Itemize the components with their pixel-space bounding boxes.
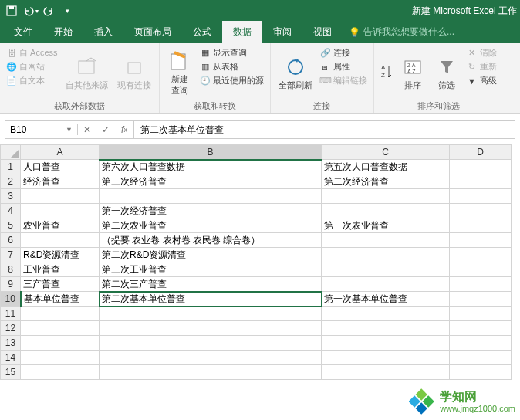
cell[interactable]: 第一次农业普查: [322, 218, 450, 233]
cell[interactable]: [450, 262, 512, 277]
cell[interactable]: [450, 248, 512, 262]
row-header[interactable]: 1: [1, 160, 21, 174]
recent-sources-button[interactable]: 🕘最近使用的源: [198, 74, 265, 87]
new-query-button[interactable]: 新建 查询: [164, 46, 195, 99]
insert-function-button[interactable]: fx: [115, 121, 133, 138]
cell[interactable]: [100, 307, 322, 321]
row-header[interactable]: 9: [1, 277, 21, 292]
cell[interactable]: [21, 365, 100, 380]
tab-file[interactable]: 文件: [3, 21, 43, 43]
cell[interactable]: 工业普查: [21, 262, 100, 277]
column-header[interactable]: C: [322, 145, 450, 160]
cell[interactable]: [450, 174, 512, 189]
cell[interactable]: [322, 204, 450, 218]
cell[interactable]: [450, 307, 512, 321]
cell[interactable]: 第三次工业普查: [100, 262, 322, 277]
cell[interactable]: [322, 336, 450, 351]
from-other-sources-button[interactable]: 自其他来源: [62, 46, 111, 99]
row-header[interactable]: 12: [1, 321, 21, 336]
row-header[interactable]: 8: [1, 262, 21, 277]
cell[interactable]: （提要 农业卷 农村卷 农民卷 综合卷）: [100, 233, 322, 248]
row-header[interactable]: 6: [1, 233, 21, 248]
tell-me-search[interactable]: 💡告诉我您想要做什么...: [343, 21, 461, 43]
row-header[interactable]: 3: [1, 189, 21, 204]
from-web-button[interactable]: 🌐自网站: [5, 60, 59, 73]
cell[interactable]: 第二次R&D资源清查: [100, 248, 322, 262]
sort-button[interactable]: Z AA Z排序: [397, 46, 428, 99]
cell[interactable]: 第二次三产普查: [100, 277, 322, 292]
cell[interactable]: [450, 277, 512, 292]
tab-home[interactable]: 开始: [43, 21, 83, 43]
cell[interactable]: [100, 336, 322, 351]
cell[interactable]: [322, 365, 450, 380]
cell[interactable]: [322, 307, 450, 321]
clear-filter-button[interactable]: ✕清除: [465, 46, 498, 59]
existing-connections-button[interactable]: 现有连接: [114, 46, 154, 99]
cell[interactable]: [322, 248, 450, 262]
cell[interactable]: [322, 351, 450, 365]
cell[interactable]: [322, 262, 450, 277]
cell[interactable]: 三产普查: [21, 277, 100, 292]
cell[interactable]: [100, 365, 322, 380]
cell[interactable]: [21, 189, 100, 204]
row-header[interactable]: 14: [1, 351, 21, 365]
cell[interactable]: 经济普查: [21, 174, 100, 189]
tab-view[interactable]: 视图: [302, 21, 343, 43]
cell[interactable]: 第五次人口普查数据: [322, 160, 450, 174]
row-header[interactable]: 13: [1, 336, 21, 351]
cell[interactable]: [450, 218, 512, 233]
cell[interactable]: [450, 351, 512, 365]
cell[interactable]: 第三次经济普查: [100, 174, 322, 189]
redo-icon[interactable]: [40, 2, 57, 19]
cell[interactable]: 第二次农业普查: [100, 218, 322, 233]
row-header[interactable]: 4: [1, 204, 21, 218]
cell[interactable]: [322, 321, 450, 336]
from-access-button[interactable]: 🗄自 Access: [5, 46, 59, 59]
tab-formulas[interactable]: 公式: [182, 21, 222, 43]
cell[interactable]: [450, 160, 512, 174]
spreadsheet-grid[interactable]: A B C D 1人口普查第六次人口普查数据第五次人口普查数据 2经济普查第三次…: [0, 144, 512, 380]
row-header[interactable]: 7: [1, 248, 21, 262]
row-header[interactable]: 10: [1, 292, 21, 307]
properties-button[interactable]: 🗉属性: [319, 60, 369, 73]
cell[interactable]: [21, 307, 100, 321]
name-box[interactable]: B10▼: [5, 124, 78, 135]
cell[interactable]: [450, 233, 512, 248]
cell[interactable]: [100, 189, 322, 204]
cell[interactable]: [100, 321, 322, 336]
row-header[interactable]: 2: [1, 174, 21, 189]
column-header[interactable]: D: [450, 145, 512, 160]
sort-az-button[interactable]: AZ: [379, 46, 394, 99]
cell[interactable]: [21, 233, 100, 248]
cell[interactable]: [450, 292, 512, 307]
cell[interactable]: [450, 365, 512, 380]
cell[interactable]: [21, 204, 100, 218]
reapply-button[interactable]: ↻重新: [465, 60, 498, 73]
cancel-formula-button[interactable]: ✕: [78, 121, 96, 138]
tab-page-layout[interactable]: 页面布局: [123, 21, 182, 43]
connections-button[interactable]: 🔗连接: [319, 46, 369, 59]
cell[interactable]: [450, 204, 512, 218]
column-header[interactable]: B: [100, 145, 322, 160]
row-header[interactable]: 15: [1, 365, 21, 380]
cell[interactable]: [450, 189, 512, 204]
cell[interactable]: [322, 277, 450, 292]
edit-links-button[interactable]: ⌨编辑链接: [319, 74, 369, 87]
cell[interactable]: [322, 233, 450, 248]
cell[interactable]: [100, 351, 322, 365]
cell-selected[interactable]: 第二次基本单位普查: [100, 292, 322, 307]
tab-insert[interactable]: 插入: [83, 21, 123, 43]
enter-formula-button[interactable]: ✓: [96, 121, 115, 138]
advanced-filter-button[interactable]: ▼高级: [465, 74, 498, 87]
cell[interactable]: [322, 189, 450, 204]
tab-data[interactable]: 数据: [222, 21, 262, 43]
row-header[interactable]: 11: [1, 307, 21, 321]
cell[interactable]: 第一次经济普查: [100, 204, 322, 218]
tab-review[interactable]: 审阅: [262, 21, 302, 43]
row-header[interactable]: 5: [1, 218, 21, 233]
cell[interactable]: [450, 336, 512, 351]
cell[interactable]: 第一次基本单位普查: [322, 292, 450, 307]
cell[interactable]: [21, 351, 100, 365]
cell[interactable]: [21, 336, 100, 351]
undo-icon[interactable]: ▾: [22, 2, 39, 19]
